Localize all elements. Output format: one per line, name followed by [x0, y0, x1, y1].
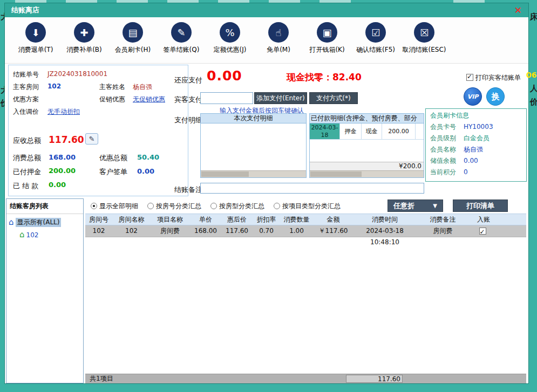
- checkout-remark-label: 结账备注: [174, 185, 202, 195]
- current-payment-listbox: 本次支付明细: [200, 113, 307, 178]
- swap-member-button[interactable]: 换: [486, 87, 505, 106]
- main-room-value: 102: [47, 82, 61, 90]
- detail-controls: 显示全部明细 按房号分类汇总 按房型分类汇总 按项目类型分类汇总 任意折 ▼ 打…: [85, 198, 526, 214]
- print-list-button[interactable]: 打印清单: [453, 200, 508, 212]
- add-payment-button[interactable]: 添加支付(Enter): [254, 92, 307, 104]
- deposit-label: 已付押金: [13, 167, 41, 177]
- consumption-detail-section: 显示全部明细 按房号分类汇总 按房型分类汇总 按项目类型分类汇总 任意折 ▼ 打…: [85, 198, 526, 383]
- sign-bill-label: 签单结账(Q): [164, 45, 200, 54]
- background-text-fragment: 06: [526, 71, 536, 79]
- member-info-panel: 会员刷卡信息 会员卡号 HY10003 会员级别 白金会员 会员名称 杨自强 储…: [425, 108, 527, 182]
- member-points-label: 当前积分: [430, 168, 464, 177]
- free-order-button[interactable]: ☝ 免单(M): [254, 22, 303, 63]
- sign-bill-button[interactable]: ✎ 签单结账(Q): [157, 22, 206, 63]
- table-footer: 共1项目 117.60: [85, 374, 526, 383]
- member-row: 会员级别 白金会员: [426, 133, 526, 144]
- radio-icon: [210, 203, 217, 209]
- vip-badge[interactable]: VIP: [464, 87, 482, 106]
- deposit-value: 200.00: [49, 167, 76, 175]
- member-panel-title: 会员刷卡信息: [426, 109, 526, 121]
- guest-pay-input[interactable]: [200, 92, 253, 104]
- consume-total-label: 消费总额: [13, 153, 41, 163]
- member-card-button[interactable]: ▤ 会员刷卡(H): [108, 22, 157, 63]
- fixed-discount-button[interactable]: % 定额优惠(J): [206, 22, 254, 63]
- cell-room-no: 102: [85, 225, 112, 237]
- col-header: 消费时间: [354, 214, 416, 225]
- radio-show-all-detail[interactable]: 显示全部明细: [91, 202, 138, 211]
- tree-item-label: 显示所有(ALL): [16, 218, 62, 227]
- radio-group-by-item-type[interactable]: 按项目类型分类汇总: [274, 202, 341, 211]
- radio-group-by-room-type[interactable]: 按房型分类汇总: [210, 202, 264, 211]
- edit-receivable-icon[interactable]: ✎: [85, 133, 98, 145]
- paid-item-cell: 押金: [340, 123, 362, 139]
- table-row[interactable]: 102 102 房间费 168.00 117.60 0.70 1.00 ￥117…: [85, 225, 526, 237]
- paid-amount-cell: 200.00: [382, 123, 416, 139]
- close-icon[interactable]: ✕: [514, 6, 522, 15]
- cancel-checkout-label: 取消结账(ESC): [403, 45, 446, 54]
- horizontal-scrollbar[interactable]: [310, 170, 424, 177]
- row-posted-checkbox[interactable]: [479, 228, 486, 235]
- settled-value: 0.00: [49, 181, 66, 189]
- cell-item-name: 房间费: [151, 225, 189, 237]
- confirm-checkout-icon: ☑: [365, 22, 386, 43]
- background-text-fragment: 床: [530, 12, 537, 22]
- paid-total: ¥200.0: [310, 162, 424, 170]
- col-header: 惠后价: [222, 214, 252, 225]
- main-room-label: 主客房间: [13, 82, 39, 92]
- member-card-icon: ▤: [123, 22, 143, 43]
- open-cash-drawer-label: 打开钱箱(K): [309, 45, 344, 54]
- any-discount-button[interactable]: 任意折 ▼: [388, 200, 443, 212]
- radio-label: 按项目类型分类汇总: [282, 202, 341, 211]
- confirm-checkout-button[interactable]: ☑ 确认结账(F5): [351, 22, 400, 63]
- member-balance-label: 储值余额: [430, 156, 464, 166]
- payment-method-button[interactable]: 支付方式(*): [309, 92, 358, 104]
- checkout-room-list-panel: 结账客房列表 ⌂ 显示所有(ALL) ⌂ 102: [6, 198, 84, 383]
- tree-item-label: 102: [26, 231, 39, 239]
- background-text-fragment: 人: [530, 84, 537, 94]
- fixed-discount-icon: %: [220, 22, 240, 43]
- tree-item-show-all[interactable]: ⌂ 显示所有(ALL): [6, 218, 83, 227]
- due-amount: 0.00: [207, 68, 242, 84]
- col-header: 房间号: [85, 214, 112, 225]
- toolbar: ⬇ 消费退单(T) ✚ 消费补单(B) ▤ 会员刷卡(H) ✎ 签单结账(Q) …: [5, 17, 528, 64]
- customer-sign-label: 客户签单: [99, 167, 127, 177]
- cancel-checkout-button[interactable]: ☒ 取消结账(ESC): [400, 22, 448, 63]
- background-text-fragment: 价: [530, 97, 537, 107]
- promo-link[interactable]: 无促销优惠: [133, 95, 165, 104]
- horizontal-scrollbar[interactable]: [201, 170, 306, 177]
- checkout-remark-input[interactable]: [200, 183, 424, 194]
- checkout-dialog: 结账离店 ✕ ⬇ 消费退单(T) ✚ 消费补单(B) ▤ 会员刷卡(H) ✎ 签…: [4, 3, 529, 384]
- paid-method-cell: 现金: [362, 123, 382, 139]
- member-name-label: 会员名称: [430, 145, 464, 154]
- member-row: 储值余额 0.00: [426, 155, 526, 167]
- confirm-checkout-label: 确认结账(F5): [356, 45, 395, 54]
- promo-label: 促销优惠: [99, 95, 125, 104]
- paid-detail-row[interactable]: 2024-03-18 押金 现金 200.00: [310, 123, 424, 140]
- discount-total-value: 50.40: [137, 153, 159, 161]
- settled-label: 已 结 款: [13, 181, 38, 191]
- chevron-down-icon: ▼: [433, 203, 437, 209]
- cell-consume-time: 2024-03-18 10:48:10: [354, 225, 416, 237]
- col-header: 房间名称: [112, 214, 151, 225]
- open-cash-drawer-button[interactable]: ▣ 打开钱箱(K): [303, 22, 351, 63]
- room-list-title: 结账客房列表: [6, 199, 83, 214]
- price-adjust-link[interactable]: 无手动折扣: [47, 107, 80, 116]
- receivable-label: 应收总额: [13, 136, 41, 146]
- discount-total-label: 优惠总额: [99, 153, 127, 163]
- tree-item-room-102[interactable]: ⌂ 102: [6, 231, 83, 239]
- add-order-button[interactable]: ✚ 消费补单(B): [60, 22, 108, 63]
- print-guest-bill-checkbox[interactable]: 打印宾客结账单: [466, 73, 521, 82]
- cancel-checkout-icon: ☒: [414, 22, 434, 43]
- radio-label: 按房型分类汇总: [219, 202, 264, 211]
- free-order-label: 免单(M): [267, 45, 290, 54]
- dialog-title: 结账离店: [11, 5, 39, 15]
- member-row: 会员卡号 HY10003: [426, 121, 526, 133]
- checkbox-icon: [466, 74, 473, 81]
- radio-group-by-room-no[interactable]: 按房号分类汇总: [147, 202, 201, 211]
- cash-drawer-icon: ▣: [317, 22, 337, 43]
- refund-order-button[interactable]: ⬇ 消费退单(T): [11, 22, 60, 63]
- cell-quantity: 1.00: [281, 225, 312, 237]
- dialog-titlebar[interactable]: 结账离店 ✕: [5, 3, 528, 17]
- member-card-label: 会员刷卡(H): [115, 45, 151, 54]
- item-count: 共1项目: [90, 374, 113, 383]
